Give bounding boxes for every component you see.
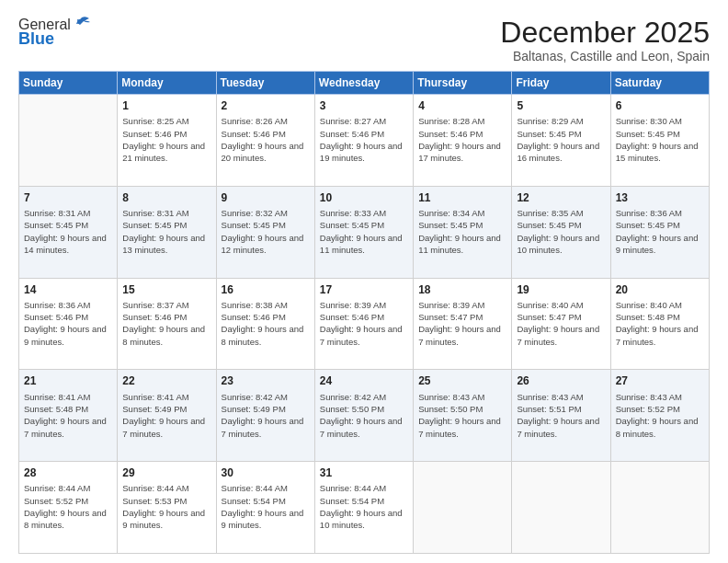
cell-detail: Sunrise: 8:42 AMSunset: 5:49 PMDaylight:… <box>222 391 310 440</box>
col-thursday: Thursday <box>414 72 512 95</box>
day-number: 14 <box>24 282 112 297</box>
table-row: 29Sunrise: 8:44 AMSunset: 5:53 PMDayligh… <box>118 462 216 554</box>
calendar-table: Sunday Monday Tuesday Wednesday Thursday… <box>18 71 710 554</box>
logo: General Blue <box>18 17 91 49</box>
day-number: 18 <box>418 282 506 297</box>
day-number: 11 <box>418 190 506 205</box>
table-row: 4Sunrise: 8:28 AMSunset: 5:46 PMDaylight… <box>414 95 512 187</box>
table-row: 8Sunrise: 8:31 AMSunset: 5:45 PMDaylight… <box>118 186 216 278</box>
calendar-week-row: 7Sunrise: 8:31 AMSunset: 5:45 PMDaylight… <box>19 186 710 278</box>
day-number: 8 <box>122 190 210 205</box>
day-number: 7 <box>24 190 112 205</box>
table-row: 15Sunrise: 8:37 AMSunset: 5:46 PMDayligh… <box>118 278 216 370</box>
table-row <box>414 462 512 554</box>
cell-detail: Sunrise: 8:43 AMSunset: 5:50 PMDaylight:… <box>418 391 506 440</box>
table-row: 13Sunrise: 8:36 AMSunset: 5:45 PMDayligh… <box>610 186 709 278</box>
cell-detail: Sunrise: 8:33 AMSunset: 5:45 PMDaylight:… <box>320 207 408 256</box>
title-block: December 2025 Baltanas, Castille and Leo… <box>500 17 710 63</box>
cell-detail: Sunrise: 8:39 AMSunset: 5:47 PMDaylight:… <box>418 299 506 348</box>
cell-detail: Sunrise: 8:36 AMSunset: 5:45 PMDaylight:… <box>616 207 704 256</box>
cell-detail: Sunrise: 8:41 AMSunset: 5:49 PMDaylight:… <box>122 391 210 440</box>
cell-detail: Sunrise: 8:30 AMSunset: 5:45 PMDaylight:… <box>616 115 704 164</box>
cell-detail: Sunrise: 8:35 AMSunset: 5:45 PMDaylight:… <box>517 207 605 256</box>
day-number: 28 <box>24 465 112 480</box>
day-number: 30 <box>222 465 310 480</box>
col-friday: Friday <box>512 72 610 95</box>
cell-detail: Sunrise: 8:29 AMSunset: 5:45 PMDaylight:… <box>517 115 605 164</box>
day-number: 31 <box>320 465 408 480</box>
day-number: 19 <box>517 282 605 297</box>
table-row: 28Sunrise: 8:44 AMSunset: 5:52 PMDayligh… <box>19 462 118 554</box>
cell-detail: Sunrise: 8:27 AMSunset: 5:46 PMDaylight:… <box>320 115 408 164</box>
cell-detail: Sunrise: 8:26 AMSunset: 5:46 PMDaylight:… <box>222 115 310 164</box>
cell-detail: Sunrise: 8:36 AMSunset: 5:46 PMDaylight:… <box>24 299 112 348</box>
cell-detail: Sunrise: 8:28 AMSunset: 5:46 PMDaylight:… <box>418 115 506 164</box>
cell-detail: Sunrise: 8:44 AMSunset: 5:54 PMDaylight:… <box>222 482 310 531</box>
cell-detail: Sunrise: 8:42 AMSunset: 5:50 PMDaylight:… <box>320 391 408 440</box>
table-row: 27Sunrise: 8:43 AMSunset: 5:52 PMDayligh… <box>610 370 709 462</box>
cell-detail: Sunrise: 8:43 AMSunset: 5:51 PMDaylight:… <box>517 391 605 440</box>
table-row: 7Sunrise: 8:31 AMSunset: 5:45 PMDaylight… <box>19 186 118 278</box>
cell-detail: Sunrise: 8:44 AMSunset: 5:54 PMDaylight:… <box>320 482 408 531</box>
month-title: December 2025 <box>500 17 710 49</box>
cell-detail: Sunrise: 8:38 AMSunset: 5:46 PMDaylight:… <box>222 299 310 348</box>
cell-detail: Sunrise: 8:39 AMSunset: 5:46 PMDaylight:… <box>320 299 408 348</box>
table-row: 21Sunrise: 8:41 AMSunset: 5:48 PMDayligh… <box>19 370 118 462</box>
day-number: 22 <box>122 373 210 388</box>
table-row <box>19 95 118 187</box>
cell-detail: Sunrise: 8:40 AMSunset: 5:47 PMDaylight:… <box>517 299 605 348</box>
table-row: 2Sunrise: 8:26 AMSunset: 5:46 PMDaylight… <box>216 95 314 187</box>
day-number: 9 <box>222 190 310 205</box>
col-wednesday: Wednesday <box>314 72 413 95</box>
table-row: 20Sunrise: 8:40 AMSunset: 5:48 PMDayligh… <box>610 278 709 370</box>
cell-detail: Sunrise: 8:37 AMSunset: 5:46 PMDaylight:… <box>122 299 210 348</box>
table-row: 5Sunrise: 8:29 AMSunset: 5:45 PMDaylight… <box>512 95 610 187</box>
col-sunday: Sunday <box>19 72 118 95</box>
cell-detail: Sunrise: 8:32 AMSunset: 5:45 PMDaylight:… <box>222 207 310 256</box>
table-row: 19Sunrise: 8:40 AMSunset: 5:47 PMDayligh… <box>512 278 610 370</box>
table-row: 30Sunrise: 8:44 AMSunset: 5:54 PMDayligh… <box>216 462 314 554</box>
day-number: 16 <box>222 282 310 297</box>
header: General Blue December 2025 Baltanas, Cas… <box>18 17 710 63</box>
day-number: 29 <box>122 465 210 480</box>
day-number: 5 <box>517 98 605 113</box>
table-row: 6Sunrise: 8:30 AMSunset: 5:45 PMDaylight… <box>610 95 709 187</box>
location-subtitle: Baltanas, Castille and Leon, Spain <box>500 49 710 63</box>
table-row: 16Sunrise: 8:38 AMSunset: 5:46 PMDayligh… <box>216 278 314 370</box>
col-saturday: Saturday <box>610 72 709 95</box>
day-number: 26 <box>517 373 605 388</box>
cell-detail: Sunrise: 8:44 AMSunset: 5:53 PMDaylight:… <box>122 482 210 531</box>
day-number: 13 <box>616 190 704 205</box>
cell-detail: Sunrise: 8:34 AMSunset: 5:45 PMDaylight:… <box>418 207 506 256</box>
cell-detail: Sunrise: 8:31 AMSunset: 5:45 PMDaylight:… <box>24 207 112 256</box>
calendar-page: General Blue December 2025 Baltanas, Cas… <box>0 0 728 563</box>
col-monday: Monday <box>118 72 216 95</box>
day-number: 20 <box>616 282 704 297</box>
calendar-week-row: 21Sunrise: 8:41 AMSunset: 5:48 PMDayligh… <box>19 370 710 462</box>
col-tuesday: Tuesday <box>216 72 314 95</box>
day-number: 6 <box>616 98 704 113</box>
table-row: 25Sunrise: 8:43 AMSunset: 5:50 PMDayligh… <box>414 370 512 462</box>
day-number: 15 <box>122 282 210 297</box>
table-row <box>512 462 610 554</box>
day-number: 12 <box>517 190 605 205</box>
table-row: 18Sunrise: 8:39 AMSunset: 5:47 PMDayligh… <box>414 278 512 370</box>
table-row: 26Sunrise: 8:43 AMSunset: 5:51 PMDayligh… <box>512 370 610 462</box>
day-number: 1 <box>122 98 210 113</box>
day-number: 27 <box>616 373 704 388</box>
day-number: 21 <box>24 373 112 388</box>
calendar-week-row: 14Sunrise: 8:36 AMSunset: 5:46 PMDayligh… <box>19 278 710 370</box>
cell-detail: Sunrise: 8:41 AMSunset: 5:48 PMDaylight:… <box>24 391 112 440</box>
table-row: 31Sunrise: 8:44 AMSunset: 5:54 PMDayligh… <box>314 462 413 554</box>
table-row: 9Sunrise: 8:32 AMSunset: 5:45 PMDaylight… <box>216 186 314 278</box>
table-row: 22Sunrise: 8:41 AMSunset: 5:49 PMDayligh… <box>118 370 216 462</box>
table-row: 14Sunrise: 8:36 AMSunset: 5:46 PMDayligh… <box>19 278 118 370</box>
day-number: 24 <box>320 373 408 388</box>
cell-detail: Sunrise: 8:40 AMSunset: 5:48 PMDaylight:… <box>616 299 704 348</box>
day-number: 23 <box>222 373 310 388</box>
calendar-week-row: 28Sunrise: 8:44 AMSunset: 5:52 PMDayligh… <box>19 462 710 554</box>
table-row: 11Sunrise: 8:34 AMSunset: 5:45 PMDayligh… <box>414 186 512 278</box>
day-number: 17 <box>320 282 408 297</box>
cell-detail: Sunrise: 8:43 AMSunset: 5:52 PMDaylight:… <box>616 391 704 440</box>
table-row: 3Sunrise: 8:27 AMSunset: 5:46 PMDaylight… <box>314 95 413 187</box>
